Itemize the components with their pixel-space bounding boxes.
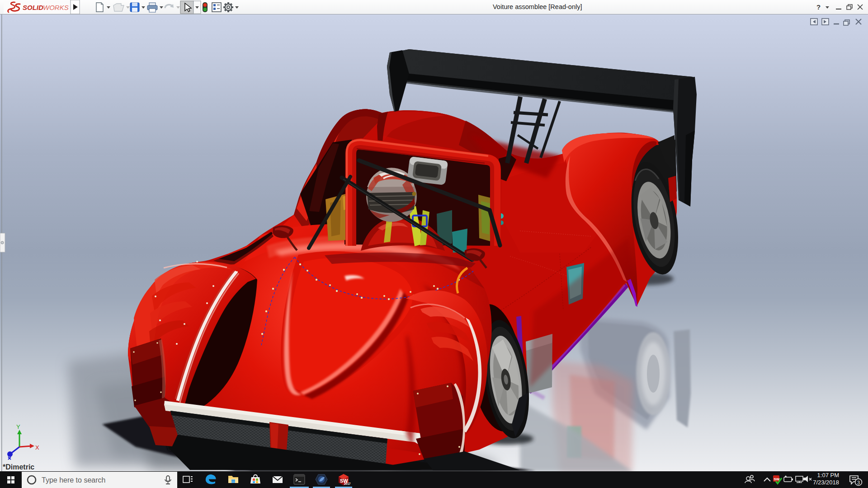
- svg-text:Y: Y: [16, 423, 20, 430]
- svg-text:*Dimetric: *Dimetric: [3, 463, 34, 471]
- svg-text:SOLID: SOLID: [23, 4, 43, 11]
- svg-text:X: X: [35, 444, 39, 451]
- svg-text:3: 3: [857, 480, 860, 485]
- svg-text:?: ?: [816, 3, 821, 11]
- svg-text:1:07 PM: 1:07 PM: [817, 472, 839, 479]
- svg-text:2017: 2017: [344, 482, 351, 485]
- svg-text:WORKS: WORKS: [43, 4, 69, 11]
- svg-text:7/23/2018: 7/23/2018: [813, 479, 839, 486]
- svg-text:Type here to search: Type here to search: [42, 476, 105, 484]
